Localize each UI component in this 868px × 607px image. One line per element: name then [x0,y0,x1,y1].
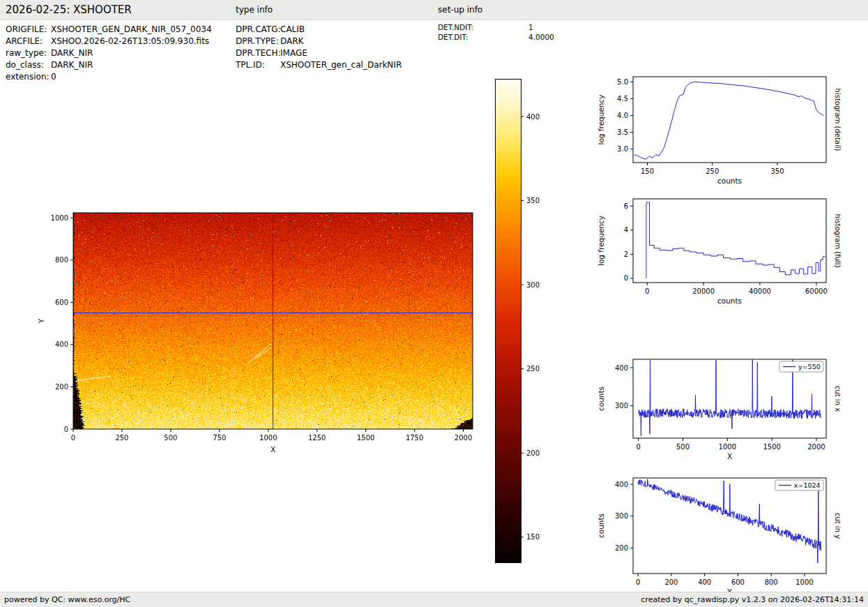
svg-text:4.0: 4.0 [617,112,628,119]
svg-text:6: 6 [624,202,628,210]
svg-text:1000: 1000 [51,214,68,222]
svg-text:300: 300 [615,402,628,410]
metadata-label: DPR.CATG: [236,24,280,36]
svg-text:400: 400 [55,340,68,348]
metadata-row: do_class:DARK_NIR [6,59,212,71]
svg-text:250: 250 [115,434,128,442]
svg-text:600: 600 [731,578,745,586]
histogram-full-plot: 02000040000600000246countslog frequencyh… [633,199,826,283]
metadata-label: DPR.TYPE: [236,36,280,47]
cut-in-x-plot: 0500100015002000300400Xcountscut in xy=5… [633,359,826,438]
metadata-row: ORIGFILE:XSHOOTER_GEN_DARK_NIR_057_0034 [6,24,212,36]
svg-text:Y: Y [37,318,45,324]
svg-text:2000: 2000 [455,434,472,442]
svg-text:0: 0 [636,578,640,586]
svg-text:150: 150 [641,167,654,175]
metadata-value: CALIB [280,24,305,34]
type-info-block: DPR.CATG:CALIB DPR.TYPE:DARK DPR.TECH:IM… [236,24,402,71]
svg-text:1000: 1000 [719,443,736,451]
svg-text:counts: counts [597,514,605,538]
metadata-value: 0 [51,72,56,82]
metadata-row: extension:0 [6,71,212,83]
svg-text:3.0: 3.0 [617,145,628,153]
svg-text:350: 350 [526,197,540,204]
svg-text:0: 0 [624,274,628,282]
svg-text:0: 0 [645,287,649,295]
svg-text:y=550: y=550 [798,363,821,370]
metadata-row: DPR.TYPE:DARK [236,36,402,47]
svg-text:0: 0 [64,426,68,433]
svg-text:1500: 1500 [763,443,780,451]
svg-text:400: 400 [615,364,628,372]
svg-text:150: 150 [526,533,540,541]
svg-text:350: 350 [771,167,784,175]
svg-text:x=1024: x=1024 [794,481,821,489]
metadata-row: DPR.TECH:IMAGE [236,47,402,59]
svg-text:4: 4 [624,226,628,234]
footer-left-text: powered by QC: www.eso.org/HC [4,595,130,604]
metadata-label: DPR.TECH: [236,47,280,59]
page-title: 2026-02-25: XSHOOTER [6,3,132,16]
svg-text:20000: 20000 [692,287,715,295]
svg-text:400: 400 [698,578,711,586]
cut-in-y-plot: 02004006008001000200300400Ycountscut in … [633,478,826,574]
metadata-row: TPL.ID:XSHOOTER_gen_cal_DarkNIR [236,59,402,71]
svg-text:2: 2 [624,250,628,258]
metadata-row: DPR.CATG:CALIB [236,24,402,36]
svg-text:750: 750 [213,434,226,442]
svg-text:300: 300 [526,281,540,289]
svg-text:1000: 1000 [795,578,813,586]
svg-text:200: 200 [664,578,678,586]
svg-text:200: 200 [55,383,68,391]
svg-text:1500: 1500 [357,434,374,442]
metadata-value: 1 [528,23,533,31]
svg-text:histogram (full): histogram (full) [834,213,842,267]
metadata-label: TPL.ID: [236,59,280,71]
metadata-row: raw_type:DARK_NIR [6,47,212,59]
svg-text:4.5: 4.5 [617,95,628,103]
svg-text:400: 400 [526,113,540,121]
svg-text:600: 600 [55,299,68,306]
svg-text:1750: 1750 [406,434,423,442]
svg-text:counts: counts [717,177,742,185]
svg-text:counts: counts [597,387,605,411]
metadata-label: do_class: [6,59,51,71]
svg-text:3.5: 3.5 [617,128,628,136]
svg-text:0: 0 [71,434,75,442]
metadata-row: DET.NDIT:1 [438,23,554,33]
metadata-label: extension: [6,71,51,83]
svg-text:1250: 1250 [308,434,326,442]
svg-text:500: 500 [676,443,690,451]
svg-text:histogram (detail): histogram (detail) [834,89,842,151]
svg-text:250: 250 [706,167,719,175]
svg-text:40000: 40000 [749,287,771,295]
svg-text:60000: 60000 [805,287,828,295]
svg-text:5.0: 5.0 [617,78,628,86]
metadata-value: IMAGE [280,48,307,58]
detector-image-plot: 0250500750100012501500175020000200400600… [73,213,473,429]
svg-text:1000: 1000 [259,434,277,442]
svg-text:log frequency: log frequency [597,94,605,144]
svg-text:cut in y: cut in y [834,513,842,539]
metadata-label: raw_type: [6,47,51,59]
svg-text:400: 400 [615,481,628,488]
svg-text:500: 500 [164,434,177,442]
svg-text:800: 800 [765,578,778,586]
type-info-heading: type info [236,5,273,15]
svg-text:log frequency: log frequency [597,216,605,266]
metadata-value: DARK_NIR [51,48,93,58]
svg-text:0: 0 [636,443,640,451]
svg-text:250: 250 [526,365,540,373]
footer-right-text: created by qc_rawdisp.py v1.2.3 on 2026-… [641,595,864,604]
metadata-value: DARK [280,36,303,46]
metadata-value: DARK_NIR [51,60,93,70]
metadata-value: 4.0000 [528,33,554,41]
svg-text:counts: counts [717,297,742,305]
metadata-label: DET.NDIT: [438,23,528,33]
metadata-label: DET.DIT: [438,33,528,43]
svg-text:800: 800 [55,256,68,264]
metadata-label: ARCFILE: [6,36,51,47]
metadata-row: DET.DIT:4.0000 [438,33,554,43]
file-metadata-block: ORIGFILE:XSHOOTER_GEN_DARK_NIR_057_0034 … [6,24,212,83]
svg-text:2000: 2000 [807,443,825,451]
